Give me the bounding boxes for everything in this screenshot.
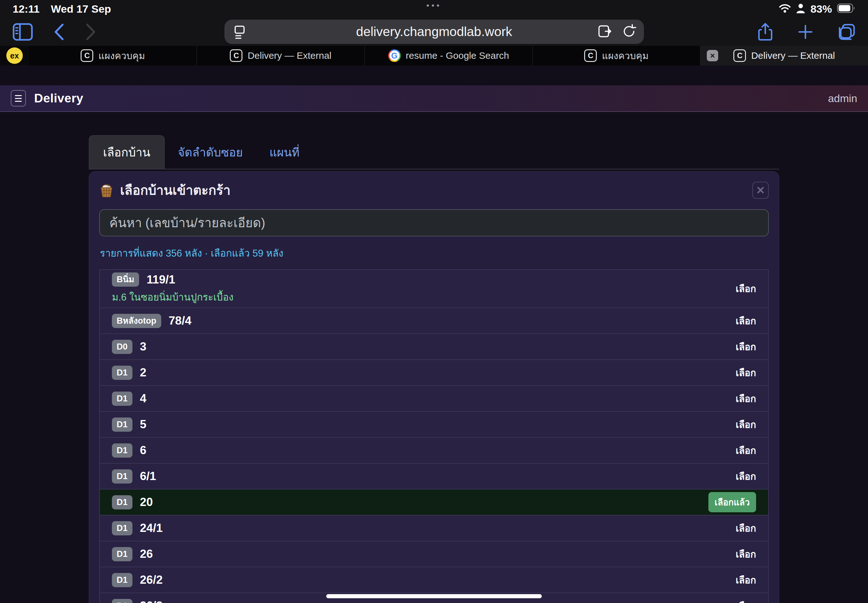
house-row: D15เลือก	[100, 411, 768, 437]
zone-badge: D1	[112, 495, 132, 509]
select-button[interactable]: เลือก	[736, 521, 756, 536]
select-button[interactable]: เลือก	[736, 469, 756, 484]
close-tab-icon[interactable]: ×	[707, 50, 718, 61]
house-number: 78/4	[169, 314, 192, 328]
tab-dashboard-1[interactable]: C แผงควบคุม	[29, 46, 197, 65]
select-button[interactable]: เลือก	[736, 547, 756, 561]
back-button[interactable]	[54, 23, 65, 40]
results-summary: รายการที่แสดง 356 หลัง · เลือกแล้ว 59 หล…	[100, 245, 768, 261]
zone-badge: D1	[112, 417, 132, 432]
tab-dashboard-2[interactable]: C แผงควบคุม	[532, 46, 701, 65]
house-row: Bหลังotop78/4เลือก	[100, 308, 768, 333]
site-favicon: C	[733, 49, 746, 62]
hamburger-menu-button[interactable]	[11, 90, 26, 107]
house-row: D16เลือก	[100, 437, 768, 463]
tab-google-search[interactable]: G resume - Google Search	[365, 46, 532, 65]
search-input[interactable]	[99, 209, 769, 237]
tab-order-soi[interactable]: จัดลำดับซอย	[165, 135, 256, 169]
page-tabs: เลือกบ้าน จัดลำดับซอย แผนที่	[89, 135, 779, 169]
tab-delivery-external-1[interactable]: C Delivery — External	[197, 46, 365, 65]
house-row: D14เลือก	[100, 385, 768, 411]
app-header: Delivery admin	[0, 85, 868, 112]
house-number: 26	[140, 547, 153, 561]
zone-badge: Bนิ่ม	[112, 272, 139, 287]
zone-badge: D1	[112, 444, 132, 458]
house-row: D12เลือก	[100, 359, 768, 385]
select-button[interactable]: เลือก	[736, 417, 756, 432]
selected-badge-button[interactable]: เลือกแล้ว	[709, 492, 756, 512]
basket-emoji-icon	[99, 182, 114, 198]
zone-badge: Bหลังotop	[112, 314, 161, 328]
user-icon	[796, 3, 805, 14]
site-favicon: C	[584, 49, 597, 62]
sidebar-toggle-button[interactable]	[12, 23, 33, 41]
safari-toolbar: delivery.changmodlab.work	[0, 18, 868, 46]
house-row: Bนิ่ม119/1ม.6 ในซอยนิ่มบ้านปูกระเบื้องเล…	[100, 270, 768, 308]
house-number: 24/1	[140, 521, 163, 535]
home-indicator[interactable]	[326, 594, 542, 598]
tab-delivery-external-active[interactable]: × C Delivery — External	[701, 46, 868, 65]
house-detail: ม.6 ในซอยนิ่มบ้านปูกระเบื้อง	[112, 289, 234, 305]
zone-badge: D1	[112, 391, 132, 406]
zone-badge: D1	[112, 599, 132, 603]
zone-badge: D1	[112, 366, 132, 380]
zone-badge: D1	[112, 521, 132, 535]
reload-icon[interactable]	[622, 23, 636, 40]
tab-map[interactable]: แผนที่	[256, 135, 313, 169]
google-favicon: G	[388, 49, 401, 62]
multitasking-indicator[interactable]: •••	[426, 1, 442, 11]
house-number: 119/1	[147, 273, 175, 286]
select-button[interactable]: เลือก	[736, 365, 756, 380]
select-button[interactable]: เลือก	[736, 573, 756, 588]
zone-badge: D1	[112, 547, 132, 561]
house-row: D126/2เลือก	[100, 567, 768, 592]
new-tab-button[interactable]	[798, 24, 813, 40]
select-button[interactable]: เลือก	[736, 339, 756, 354]
clock: 12:11	[12, 3, 40, 15]
select-house-card: เลือกบ้านเข้าตะกร้า ✕ รายการที่แสดง 356 …	[89, 171, 779, 603]
extension-slot: ex	[0, 46, 29, 65]
house-number: 26/3	[140, 599, 163, 603]
address-bar[interactable]: delivery.changmodlab.work	[224, 20, 644, 44]
house-number: 20	[140, 496, 153, 509]
house-number: 5	[140, 418, 147, 431]
wifi-icon	[779, 3, 791, 14]
select-button[interactable]: เลือก	[736, 598, 756, 603]
house-number: 4	[140, 392, 147, 405]
zone-badge: D1	[112, 573, 132, 587]
zone-badge: D1	[112, 469, 132, 484]
ipad-screen: 12:11 Wed 17 Sep ••• 83%	[0, 0, 868, 603]
site-favicon: C	[80, 49, 93, 62]
status-bar: 12:11 Wed 17 Sep ••• 83%	[0, 0, 868, 18]
select-button[interactable]: เลือก	[736, 281, 756, 296]
web-page: Delivery admin เลือกบ้าน จัดลำดับซอย แผน…	[0, 65, 868, 603]
house-list: Bนิ่ม119/1ม.6 ในซอยนิ่มบ้านปูกระเบื้องเล…	[99, 269, 769, 603]
battery-percent: 83%	[811, 3, 832, 15]
house-row: D124/1เลือก	[100, 515, 768, 541]
house-number: 6	[140, 444, 147, 457]
date: Wed 17 Sep	[51, 3, 111, 15]
house-number: 26/2	[140, 573, 163, 587]
house-row: D03เลือก	[100, 333, 768, 359]
extension-badge-icon[interactable]: ex	[6, 47, 23, 64]
house-row: D16/1เลือก	[100, 463, 768, 489]
site-favicon: C	[230, 49, 243, 62]
card-title: เลือกบ้านเข้าตะกร้า	[120, 180, 231, 200]
select-button[interactable]: เลือก	[736, 443, 756, 458]
select-button[interactable]: เลือก	[736, 314, 756, 328]
select-button[interactable]: เลือก	[736, 391, 756, 406]
house-row: D120เลือกแล้ว	[100, 489, 768, 515]
app-title: Delivery	[34, 91, 84, 105]
forward-button[interactable]	[85, 23, 96, 40]
tab-overview-button[interactable]	[838, 23, 856, 40]
close-card-icon[interactable]: ✕	[752, 182, 769, 199]
tab-select-house[interactable]: เลือกบ้าน	[89, 135, 165, 169]
battery-icon	[837, 3, 856, 14]
house-row: D126เลือก	[100, 541, 768, 567]
house-number: 2	[140, 366, 147, 379]
house-number: 3	[140, 340, 147, 353]
zone-badge: D0	[112, 340, 132, 354]
share-button[interactable]	[758, 23, 772, 41]
extensions-icon[interactable]	[598, 23, 613, 40]
house-number: 6/1	[140, 470, 156, 483]
